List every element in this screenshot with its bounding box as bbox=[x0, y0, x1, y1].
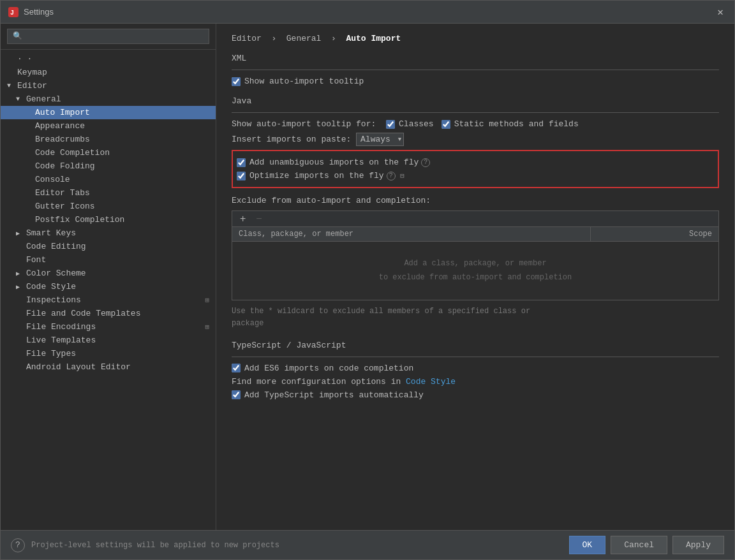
find-config-row: Find more configuration options in Code … bbox=[232, 377, 719, 387]
code-style-link[interactable]: Code Style bbox=[406, 377, 456, 387]
cancel-button[interactable]: Cancel bbox=[611, 536, 667, 554]
sidebar-item-label: Editor bbox=[17, 81, 47, 91]
table-empty-message: Add a class, package, or member to exclu… bbox=[232, 242, 718, 300]
sidebar-item-live-templates[interactable]: Live Templates bbox=[1, 334, 216, 347]
sidebar-item-code-style[interactable]: ▶ Code Style bbox=[1, 280, 216, 293]
add-unambiguous-row: Add unambiguous imports on the fly ? bbox=[237, 158, 714, 167]
table-empty-line1: Add a class, package, or member bbox=[248, 257, 703, 271]
sidebar-item-label: File Types bbox=[26, 349, 76, 358]
xml-show-tooltip-label[interactable]: Show auto-import tooltip bbox=[232, 77, 364, 86]
sidebar-item-postfix-completion[interactable]: Postfix Completion bbox=[1, 213, 216, 226]
sidebar-item-label: Gutter Icons bbox=[35, 202, 95, 211]
insert-imports-select[interactable]: Always Ask Never bbox=[356, 133, 404, 146]
optimize-imports-help-icon[interactable]: ? bbox=[387, 172, 396, 181]
sidebar-item-file-encodings[interactable]: File Encodings ⊞ bbox=[1, 320, 216, 334]
main-content: · · Keymap ▼ Editor ▼ General Auto Impor… bbox=[1, 24, 734, 530]
sidebar-item-appearance[interactable]: Appearance bbox=[1, 119, 216, 133]
title-bar: J Settings ✕ bbox=[1, 1, 734, 24]
sidebar-item-label: General bbox=[26, 94, 61, 104]
sidebar-item-inspections[interactable]: Inspections ⊞ bbox=[1, 293, 216, 307]
ok-button[interactable]: OK bbox=[569, 536, 606, 554]
add-unambiguous-label[interactable]: Add unambiguous imports on the fly bbox=[237, 158, 419, 167]
sidebar-item-editor[interactable]: ▼ Editor bbox=[1, 79, 216, 92]
xml-section-title: XML bbox=[232, 54, 719, 63]
es6-imports-row: Add ES6 imports on code completion bbox=[232, 364, 719, 373]
sidebar-item-label: Live Templates bbox=[26, 335, 96, 345]
sidebar-item-keymap[interactable]: Keymap bbox=[1, 66, 216, 79]
optimize-imports-checkbox[interactable] bbox=[237, 172, 246, 181]
search-box bbox=[1, 24, 216, 50]
sidebar-item-label: Color Scheme bbox=[26, 269, 86, 278]
add-unambiguous-checkbox[interactable] bbox=[237, 158, 246, 167]
sidebar-item-code-folding[interactable]: Code Folding bbox=[1, 159, 216, 173]
sidebar-item-label: Code Style bbox=[26, 282, 76, 291]
xml-show-tooltip-text: Show auto-import tooltip bbox=[244, 77, 364, 86]
classes-checkbox[interactable] bbox=[386, 120, 395, 129]
static-methods-checkbox[interactable] bbox=[442, 120, 450, 129]
xml-show-tooltip-row: Show auto-import tooltip bbox=[232, 77, 719, 86]
table-add-button[interactable]: + bbox=[237, 214, 248, 224]
sidebar-item-console[interactable]: Console bbox=[1, 173, 216, 186]
static-methods-label[interactable]: Static methods and fields bbox=[442, 119, 579, 129]
es6-imports-checkbox[interactable] bbox=[232, 364, 241, 372]
sidebar-item-label: Breadcrumbs bbox=[35, 135, 90, 144]
sidebar-item-smart-keys[interactable]: ▶ Smart Keys bbox=[1, 226, 216, 240]
sidebar-item-label: File Encodings bbox=[26, 322, 96, 332]
arrow-down-icon: ▼ bbox=[16, 96, 24, 103]
arrow-right-icon: ▶ bbox=[16, 230, 24, 237]
content-area: Editor › General › Auto Import XML Show … bbox=[216, 24, 734, 530]
exclude-section-label: Exclude from auto-import and completion: bbox=[232, 196, 431, 205]
sidebar-item-gutter-icons[interactable]: Gutter Icons bbox=[1, 200, 216, 213]
typescript-auto-label[interactable]: Add TypeScript imports automatically bbox=[232, 390, 424, 400]
classes-text: Classes bbox=[399, 119, 434, 129]
search-input[interactable] bbox=[7, 29, 209, 44]
arrow-right-icon: ▶ bbox=[16, 270, 24, 277]
show-tooltip-for-row: Show auto-import tooltip for: Classes St… bbox=[232, 119, 719, 129]
typescript-section-title: TypeScript / JavaScript bbox=[232, 341, 719, 350]
sidebar-item-label: Smart Keys bbox=[26, 228, 76, 238]
optimize-imports-label[interactable]: Optimize imports on the fly bbox=[237, 171, 384, 181]
sidebar-item-code-editing[interactable]: Code Editing bbox=[1, 240, 216, 253]
apply-button[interactable]: Apply bbox=[672, 536, 724, 554]
sidebar-item-label: Code Completion bbox=[35, 148, 110, 158]
encodings-badge: ⊞ bbox=[205, 323, 209, 331]
dialog-title: Settings bbox=[24, 7, 714, 17]
add-unambiguous-help-icon[interactable]: ? bbox=[421, 158, 430, 167]
xml-show-tooltip-checkbox[interactable] bbox=[232, 77, 241, 86]
optimize-imports-text: Optimize imports on the fly bbox=[249, 171, 384, 181]
find-config-text: Find more configuration options in bbox=[232, 377, 401, 387]
typescript-auto-text: Add TypeScript imports automatically bbox=[244, 390, 424, 400]
sidebar-item-editor-tabs[interactable]: Editor Tabs bbox=[1, 186, 216, 200]
sidebar-item-file-code-templates[interactable]: File and Code Templates bbox=[1, 307, 216, 320]
sidebar-item-file-types[interactable]: File Types bbox=[1, 347, 216, 360]
breadcrumb-text: Editor › General › Auto Import bbox=[232, 34, 401, 43]
add-unambiguous-text: Add unambiguous imports on the fly bbox=[249, 158, 419, 167]
sidebar-item-general[interactable]: ▼ General bbox=[1, 92, 216, 106]
insert-imports-label: Insert imports on paste: bbox=[232, 135, 351, 144]
static-methods-text: Static methods and fields bbox=[454, 119, 579, 129]
table-remove-button[interactable]: − bbox=[253, 214, 264, 224]
optimize-imports-edit-icon[interactable]: ⊟ bbox=[398, 172, 407, 181]
sidebar-item-label: Keymap bbox=[17, 68, 47, 77]
sidebar-item-android-layout[interactable]: Android Layout Editor bbox=[1, 360, 216, 374]
help-button[interactable]: ? bbox=[11, 538, 25, 552]
hint-text: Use the * wildcard to exclude all member… bbox=[232, 306, 719, 330]
sidebar-item-font[interactable]: Font bbox=[1, 253, 216, 267]
sidebar-item-breadcrumbs[interactable]: Breadcrumbs bbox=[1, 133, 216, 146]
table-header: Class, package, or member Scope bbox=[232, 227, 718, 242]
sidebar-item-auto-import[interactable]: Auto Import bbox=[1, 106, 216, 119]
typescript-auto-row: Add TypeScript imports automatically bbox=[232, 390, 719, 400]
close-button[interactable]: ✕ bbox=[714, 6, 727, 18]
es6-imports-label[interactable]: Add ES6 imports on code completion bbox=[232, 364, 413, 373]
table-col2-header: Scope bbox=[591, 227, 718, 241]
sidebar-tree: · · Keymap ▼ Editor ▼ General Auto Impor… bbox=[1, 50, 216, 530]
sidebar-item-dotdot[interactable]: · · bbox=[1, 52, 216, 66]
sidebar-item-code-completion[interactable]: Code Completion bbox=[1, 146, 216, 159]
sidebar-item-color-scheme[interactable]: ▶ Color Scheme bbox=[1, 267, 216, 280]
java-divider bbox=[232, 112, 719, 113]
classes-label[interactable]: Classes bbox=[386, 119, 434, 129]
typescript-auto-checkbox[interactable] bbox=[232, 390, 241, 399]
hint-text-content: Use the * wildcard to exclude all member… bbox=[232, 307, 530, 328]
settings-dialog: J Settings ✕ · · Keymap bbox=[0, 0, 735, 560]
show-tooltip-for-label: Show auto-import tooltip for: bbox=[232, 119, 376, 129]
